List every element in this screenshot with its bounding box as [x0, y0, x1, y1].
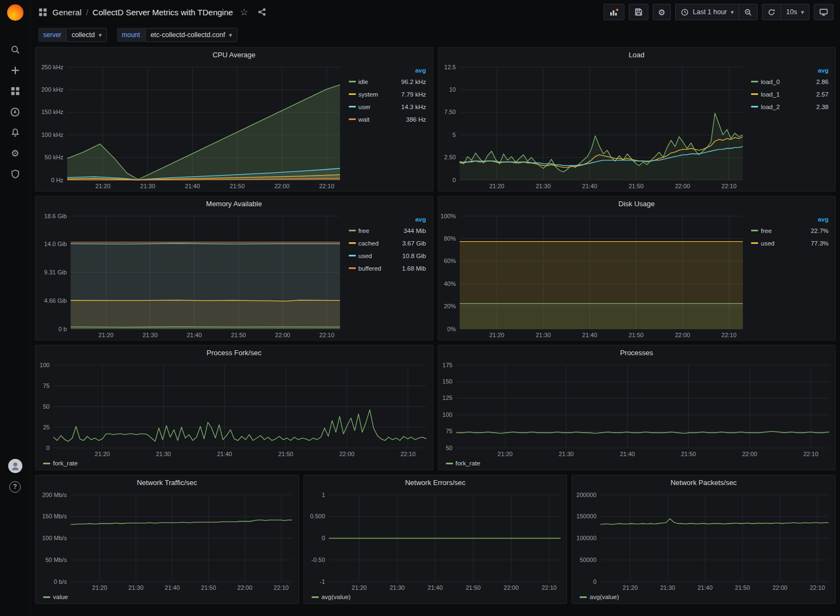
chart-area[interactable]: -1-0.5000.500121:2021:3021:4021:5022:002… [304, 489, 567, 593]
save-dashboard-button[interactable] [629, 4, 648, 20]
panel-header[interactable]: Disk Usage [438, 196, 836, 211]
svg-text:21:40: 21:40 [185, 183, 200, 189]
legend-item-buffered[interactable]: buffered1.68 Mib [349, 262, 426, 274]
panel-load: Load 02.5057.501012.521:2021:3021:4021:5… [438, 47, 836, 192]
svg-text:21:30: 21:30 [660, 584, 676, 591]
svg-text:21:30: 21:30 [140, 183, 156, 189]
clock-icon [681, 8, 689, 16]
variable-value-dropdown[interactable]: collectd ▾ [66, 28, 107, 42]
panel-header[interactable]: Network Packets/sec [572, 475, 835, 489]
legend-item-free[interactable]: free22.7% [751, 224, 829, 237]
panel-header[interactable]: Load [438, 47, 836, 62]
legend-swatch [446, 463, 453, 464]
svg-text:18.6 Gib: 18.6 Gib [44, 213, 67, 219]
panel-header[interactable]: Network Errors/sec [304, 475, 567, 489]
svg-text:21:30: 21:30 [535, 332, 551, 338]
svg-text:80%: 80% [444, 235, 456, 242]
svg-text:21:50: 21:50 [231, 332, 246, 338]
star-icon[interactable]: ☆ [238, 6, 251, 19]
breadcrumb-section[interactable]: General [52, 8, 81, 17]
time-range-picker[interactable]: Last 1 hour ▾ [675, 4, 738, 20]
legend-item-load-2[interactable]: load_22.38 [751, 100, 829, 113]
dashboards-button[interactable] [4, 81, 26, 101]
tv-mode-button[interactable] [814, 4, 833, 20]
dashboard-title[interactable]: CollectD Server Metrics with TDengine [93, 8, 233, 17]
svg-text:21:20: 21:20 [95, 451, 110, 457]
svg-text:21:20: 21:20 [98, 332, 114, 338]
alerting-button[interactable] [4, 122, 26, 143]
panel-header[interactable]: CPU Average [35, 47, 433, 62]
chart-area[interactable]: 0 b/s50 Mb/s100 Mb/s150 Mb/s200 Mb/s21:2… [35, 489, 299, 593]
legend-item-used[interactable]: used10.8 Gib [349, 249, 426, 262]
chart-area[interactable]: 0%20%40%60%80%100%21:2021:3021:4021:5022… [438, 211, 749, 340]
legend-item-avg-value[interactable]: avg(value) [580, 594, 619, 600]
legend-item-system[interactable]: system7.79 kHz [349, 88, 426, 100]
chart-area[interactable]: 025507510021:2021:3021:4021:5022:0022:10 [35, 360, 433, 459]
variable-value-dropdown[interactable]: etc-collectd-collectd.conf ▾ [145, 28, 237, 42]
svg-text:21:30: 21:30 [535, 183, 551, 189]
legend-item-fork-rate[interactable]: fork_rate [43, 460, 78, 467]
panel-legend: avgfree22.7%used77.3% [749, 211, 835, 340]
grafana-logo[interactable] [7, 4, 23, 21]
legend-item-avg-value[interactable]: avg(value) [312, 594, 351, 600]
explore-button[interactable] [4, 101, 26, 122]
legend-item-value[interactable]: value [43, 594, 68, 600]
svg-text:0.500: 0.500 [310, 513, 325, 519]
svg-text:50: 50 [43, 403, 50, 410]
legend-value: 77.3% [811, 240, 829, 247]
svg-text:22:10: 22:10 [721, 183, 736, 189]
legend-swatch [349, 118, 356, 120]
legend-item-free[interactable]: free344 Mib [349, 224, 426, 237]
series-avg-value [600, 519, 829, 524]
legend-item-used[interactable]: used77.3% [751, 237, 829, 249]
create-button[interactable] [4, 60, 26, 81]
svg-text:125: 125 [442, 394, 452, 401]
legend-value: 7.79 kHz [401, 91, 426, 98]
refresh-interval-dropdown[interactable]: 10s ▾ [781, 4, 809, 20]
panel-header[interactable]: Process Fork/sec [35, 345, 433, 360]
legend-item-cached[interactable]: cached3.67 Gib [349, 237, 426, 249]
legend-swatch [349, 230, 356, 231]
panel-title: Load [629, 51, 645, 59]
panel-body: 02.5057.501012.521:2021:3021:4021:5022:0… [438, 62, 836, 191]
search-button[interactable] [4, 39, 26, 60]
legend-item-fork-rate[interactable]: fork_rate [446, 460, 480, 467]
panel-network-packets-sec: Network Packets/sec 05000010000015000020… [571, 475, 836, 604]
chart-area[interactable]: 507510012515017521:2021:3021:4021:5022:0… [438, 360, 836, 459]
zoom-out-button[interactable] [738, 4, 758, 20]
help-button[interactable]: ? [4, 476, 26, 497]
dashboard-settings-button[interactable]: ⚙ [653, 4, 671, 20]
svg-text:100000: 100000 [576, 535, 597, 541]
panel-header[interactable]: Memory Available [35, 196, 433, 211]
refresh-icon [767, 8, 776, 16]
legend-value: 3.67 Gib [402, 240, 426, 247]
panel-header[interactable]: Network Traffic/sec [35, 475, 299, 489]
chart-area[interactable]: 0 b4.66 Gib9.31 Gib14.0 Gib18.6 Gib21:20… [35, 211, 347, 340]
legend-swatch [43, 463, 50, 464]
svg-text:22:00: 22:00 [675, 183, 690, 189]
add-panel-button[interactable] [604, 4, 624, 20]
configuration-button[interactable]: ⚙ [4, 143, 26, 164]
panel-disk-usage: Disk Usage 0%20%40%60%80%100%21:2021:302… [438, 196, 836, 340]
legend-item-load-0[interactable]: load_02.86 [751, 75, 829, 88]
svg-text:22:10: 22:10 [721, 332, 736, 338]
legend-item-idle[interactable]: idle96.2 kHz [349, 75, 426, 88]
share-icon[interactable] [255, 6, 269, 18]
legend-label: free [359, 228, 370, 234]
server-admin-button[interactable] [4, 164, 26, 184]
svg-text:75: 75 [445, 428, 452, 434]
panel-network-errors-sec: Network Errors/sec -1-0.5000.500121:2021… [303, 475, 568, 604]
refresh-button[interactable] [762, 4, 781, 20]
legend-item-user[interactable]: user14.3 kHz [349, 100, 426, 113]
chart-area[interactable]: 05000010000015000020000021:2021:3021:402… [572, 489, 835, 593]
chart-area[interactable]: 02.5057.501012.521:2021:3021:4021:5022:0… [438, 62, 749, 191]
svg-text:21:40: 21:40 [427, 584, 443, 591]
svg-text:200 kHz: 200 kHz [41, 86, 63, 93]
chart-area[interactable]: 0 Hz50 kHz100 kHz150 kHz200 kHz250 kHz21… [35, 62, 347, 191]
user-profile-button[interactable] [4, 456, 26, 476]
panel-header[interactable]: Processes [438, 345, 836, 360]
legend-item-load-1[interactable]: load_12.57 [751, 88, 829, 100]
svg-text:0%: 0% [447, 326, 456, 332]
variable-mount: mount etc-collectd-collectd.conf ▾ [117, 28, 237, 42]
legend-item-wait[interactable]: wait386 Hz [349, 113, 426, 125]
